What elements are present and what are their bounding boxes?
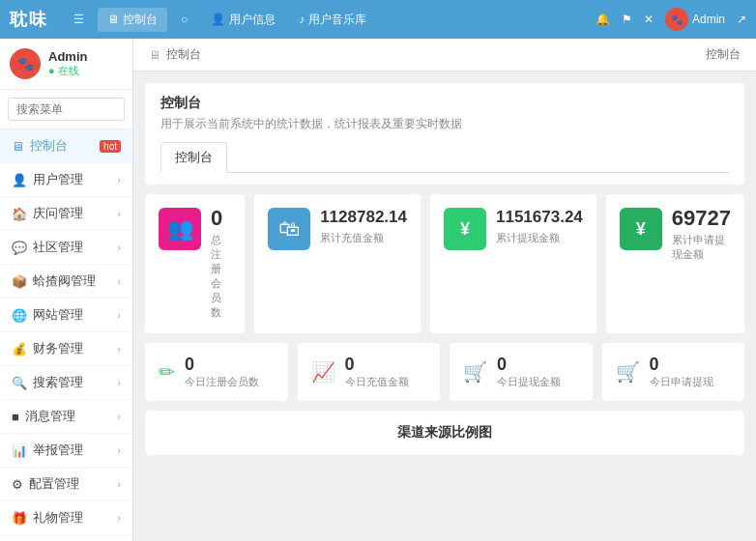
daily-withdraw-number: 0 (497, 355, 561, 375)
daily-recharge-number: 0 (345, 355, 409, 375)
sidebar-config-label: 配置管理 (29, 475, 79, 493)
admin-badge[interactable]: 🐾 Admin (665, 8, 725, 31)
close-icon[interactable]: ✕ (644, 13, 654, 26)
tab-bar: 控制台 (160, 142, 729, 173)
sidebar-item-consume-mgmt[interactable]: ■ 消息管理 › (0, 400, 132, 434)
main-layout: 🐾 Admin ● 在线 🖥 控制台 hot 👤 用户管理 (0, 39, 756, 541)
members-label: 总注册会员数 (211, 233, 231, 320)
gift-icon: 🎁 (12, 511, 27, 526)
daily-recharge-icon: 📈 (311, 360, 335, 384)
chevron-icon-10: › (117, 478, 121, 490)
applied-withdraw-number: 69727 (672, 208, 731, 229)
tab-dashboard[interactable]: 控制台 (160, 142, 227, 173)
withdraw-icon: ¥ (444, 208, 486, 250)
music-nav-icon: ♪ (299, 13, 305, 26)
sidebar-consultant-label: 庆问管理 (33, 205, 83, 222)
daily-members-number: 0 (185, 355, 259, 375)
sidebar-crawler-label: 蛤揸阀管理 (33, 272, 96, 290)
chart-section: 渠道来源比例图 (145, 411, 744, 455)
sidebar-status: ● 在线 (48, 64, 87, 78)
search-input[interactable] (8, 98, 125, 121)
nav-dashboard-label: 控制台 (123, 12, 158, 28)
applied-withdraw-label: 累计申请提现金额 (672, 233, 731, 262)
sidebar-community-label: 社区管理 (33, 239, 83, 256)
daily-apply-label: 今日申请提现 (650, 375, 713, 389)
recharge-label: 累计充值金额 (320, 231, 407, 245)
chevron-icon-11: › (117, 512, 121, 524)
chart-title: 渠道来源比例图 (159, 424, 731, 441)
chevron-icon-5: › (117, 309, 121, 321)
sidebar-item-community-mgmt[interactable]: 💬 社区管理 › (0, 231, 132, 265)
sidebar-item-search-mgmt[interactable]: 🔍 搜索管理 › (0, 366, 132, 400)
small-stat-daily-recharge: 📈 0 今日充值金额 (298, 343, 441, 401)
daily-apply-icon: 🛒 (616, 360, 640, 384)
config-icon: ⚙ (12, 477, 23, 492)
breadcrumb-path: 控制台 (166, 46, 201, 63)
withdraw-label: 累计提现金额 (496, 231, 583, 245)
chevron-icon-2: › (117, 208, 121, 219)
report-icon: 📊 (12, 443, 27, 458)
sidebar-search-label: 搜索管理 (33, 374, 83, 391)
top-nav-right: 🔔 ⚑ ✕ 🐾 Admin ↗ (596, 8, 746, 31)
bell-icon[interactable]: 🔔 (596, 13, 610, 26)
sidebar-site-label: 网站管理 (33, 306, 83, 324)
stat-card-recharge: 🛍 1128782.14 累计充值金额 (254, 194, 421, 333)
withdraw-number: 1151673.24 (496, 208, 583, 227)
site-icon: 🌐 (12, 308, 27, 323)
finance-icon: 💰 (12, 342, 27, 356)
chevron-icon-9: › (117, 444, 121, 456)
sidebar-item-dashboard[interactable]: 🖥 控制台 hot (0, 129, 132, 163)
sidebar-item-gift-mgmt[interactable]: 🎁 礼物管理 › (0, 501, 132, 535)
user-nav-icon: 👤 (211, 13, 225, 26)
sidebar-item-config-mgmt[interactable]: ⚙ 配置管理 › (0, 468, 132, 501)
stat-card-members: 👥 0 总注册会员数 (145, 194, 245, 333)
stat-card-applied-withdraw: ¥ 69727 累计申请提现金额 (606, 194, 744, 333)
stats-row: 👥 0 总注册会员数 🛍 1128782.14 累计充值金额 (145, 194, 744, 333)
chevron-icon-6: › (117, 343, 121, 355)
content-desc: 用于展示当前系统中的统计数据，统计报表及重要实时数据 (160, 116, 729, 132)
sidebar-search-area (0, 90, 132, 129)
stat-card-withdraw: ¥ 1151673.24 累计提现金额 (430, 194, 596, 333)
small-stat-daily-members: ✏ 0 今日注册会员数 (145, 343, 288, 401)
dashboard-nav-icon: 🖥 (107, 13, 119, 26)
nav-dashboard[interactable]: 🖥 控制台 (98, 8, 167, 32)
sidebar: 🐾 Admin ● 在线 🖥 控制台 hot 👤 用户管理 (0, 39, 133, 541)
chevron-icon-8: › (117, 411, 121, 422)
sidebar-username: Admin (48, 49, 87, 64)
sidebar-gift-label: 礼物管理 (33, 509, 83, 527)
sidebar-item-site-mgmt[interactable]: 🌐 网站管理 › (0, 299, 132, 332)
small-stat-daily-apply: 🛒 0 今日申请提现 (602, 343, 745, 401)
sidebar-report-label: 举报管理 (33, 441, 83, 459)
breadcrumb-right: 控制台 (706, 46, 741, 63)
nav-music-label: 用户音乐库 (308, 12, 366, 28)
nav-user-info-label: 用户信息 (229, 12, 276, 28)
recharge-icon: 🛍 (268, 208, 310, 250)
admin-avatar: 🐾 (665, 8, 688, 31)
sidebar-user-info: Admin ● 在线 (48, 49, 87, 78)
nav-music[interactable]: ♪ 用户音乐库 (289, 8, 376, 32)
dashboard-badge: hot (100, 140, 121, 153)
sidebar-item-finance-mgmt[interactable]: 💰 财务管理 › (0, 332, 132, 366)
sidebar-item-consultant-mgmt[interactable]: 🏠 庆问管理 › (0, 197, 132, 231)
daily-recharge-label: 今日充值金额 (345, 375, 409, 389)
breadcrumb-bar: 🖥 控制台 控制台 (133, 39, 756, 71)
share-icon[interactable]: ↗ (737, 13, 746, 26)
consume-icon: ■ (12, 410, 19, 424)
nav-user-info[interactable]: 👤 用户信息 (201, 8, 285, 32)
small-stat-daily-withdraw: 🛒 0 今日提现金额 (450, 343, 593, 401)
nav-circle[interactable]: ○ (171, 9, 197, 30)
sidebar-finance-label: 财务管理 (33, 340, 83, 357)
sidebar-consume-label: 消息管理 (25, 408, 75, 425)
admin-label: Admin (692, 13, 725, 26)
flag-icon[interactable]: ⚑ (622, 13, 632, 26)
consultant-icon: 🏠 (12, 207, 27, 221)
members-number: 0 (211, 208, 231, 229)
user-mgmt-icon: 👤 (12, 173, 27, 187)
sidebar-item-crawler-mgmt[interactable]: 📦 蛤揸阀管理 › (0, 265, 132, 299)
crawler-icon: 📦 (12, 274, 27, 289)
sidebar-item-goods-mgmt[interactable]: 📦 物品管理 › (0, 535, 132, 541)
circle-icon: ○ (181, 13, 188, 26)
menu-toggle-btn[interactable]: ☰ (64, 9, 94, 30)
sidebar-item-report-mgmt[interactable]: 📊 举报管理 › (0, 434, 132, 468)
sidebar-item-user-mgmt[interactable]: 👤 用户管理 › (0, 163, 132, 197)
